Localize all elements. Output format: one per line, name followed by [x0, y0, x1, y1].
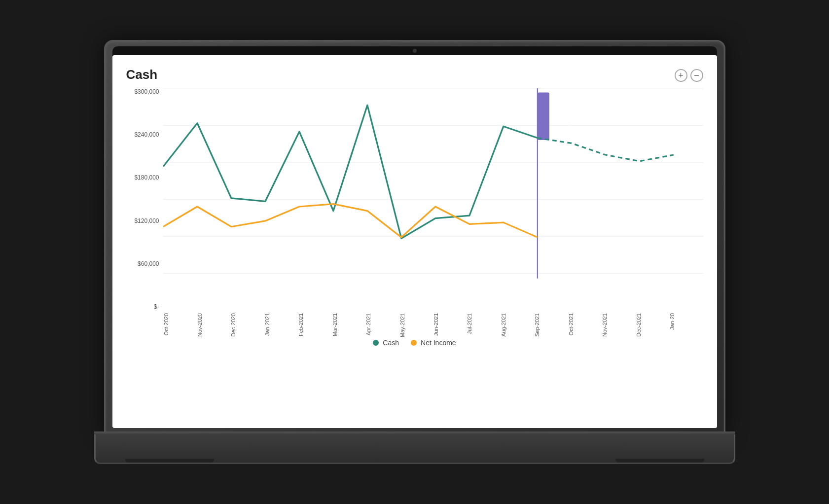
- zoom-in-button[interactable]: +: [675, 69, 687, 82]
- x-axis-label: Oct-2021: [568, 313, 602, 335]
- laptop-base: [94, 434, 735, 464]
- screen-content: Cash + − $300,000$240,000$180,000$120,00…: [112, 55, 717, 428]
- chart-title: Cash: [126, 67, 158, 82]
- x-axis-label: Jan-2021: [264, 313, 298, 336]
- chart-legend: Cash Net Income: [126, 339, 703, 347]
- laptop-screen-body: Cash + − $300,000$240,000$180,000$120,00…: [104, 40, 725, 434]
- laptop-foot-left: [125, 459, 214, 463]
- chart-controls: + −: [675, 69, 703, 82]
- svg-rect-7: [537, 93, 549, 140]
- camera-dot: [413, 49, 417, 53]
- laptop-container: Cash + − $300,000$240,000$180,000$120,00…: [94, 40, 735, 464]
- legend-item-net-income: Net Income: [411, 339, 456, 347]
- x-axis-label: Jul-2021: [467, 313, 500, 334]
- cash-legend-dot: [373, 340, 379, 346]
- x-axis-label: Dec-2020: [230, 313, 264, 337]
- y-axis-label: $60,000: [126, 260, 163, 267]
- screen-bezel: Cash + − $300,000$240,000$180,000$120,00…: [112, 46, 717, 428]
- chart-svg: Reconciled: [163, 88, 703, 310]
- x-axis-label: Dec-2021: [636, 313, 669, 337]
- x-axis-label: May-2021: [399, 313, 433, 337]
- x-axis-label: Jan-20: [669, 313, 703, 330]
- net-income-legend-dot: [411, 340, 417, 346]
- x-axis-label: Aug-2021: [501, 313, 534, 337]
- y-axis-label: $120,000: [126, 217, 163, 224]
- zoom-out-button[interactable]: −: [690, 69, 703, 82]
- x-axis-label: Nov-2021: [602, 313, 635, 337]
- legend-item-cash: Cash: [373, 339, 399, 347]
- x-axis-label: Mar-2021: [332, 313, 365, 336]
- x-axis-label: Apr-2021: [365, 313, 399, 335]
- x-axis-label: Sep-2021: [534, 313, 568, 337]
- x-axis-label: Feb-2021: [298, 313, 331, 336]
- laptop-foot-right: [615, 459, 704, 463]
- chart-header: Cash + −: [126, 67, 703, 82]
- y-axis-label: $-: [126, 303, 163, 310]
- y-axis-label: $300,000: [126, 88, 163, 95]
- cash-legend-label: Cash: [383, 339, 399, 347]
- chart-area: $300,000$240,000$180,000$120,000$60,000$…: [126, 88, 703, 335]
- x-axis-label: Oct-2020: [163, 313, 197, 335]
- x-axis-label: Nov-2020: [197, 313, 230, 337]
- y-axis-label: $180,000: [126, 174, 163, 181]
- net-income-legend-label: Net Income: [421, 339, 456, 347]
- x-axis-label: Jun-2021: [433, 313, 467, 336]
- x-axis-labels: Oct-2020Nov-2020Dec-2020Jan-2021Feb-2021…: [163, 310, 703, 335]
- y-axis-labels: $300,000$240,000$180,000$120,000$60,000$…: [126, 88, 163, 310]
- svg-text:Reconciled: Reconciled: [565, 103, 572, 132]
- y-axis-label: $240,000: [126, 131, 163, 138]
- chart-svg-container: Reconciled: [163, 88, 703, 310]
